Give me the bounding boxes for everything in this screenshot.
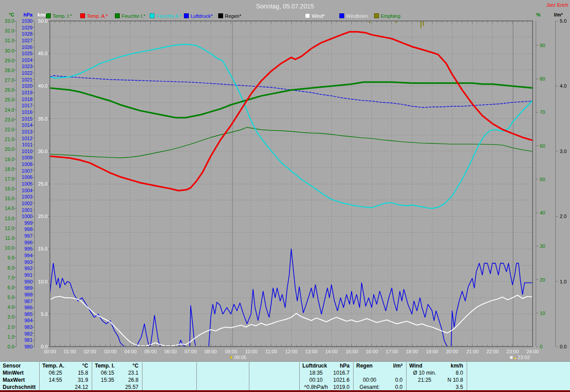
table-cell-value: 0.0 xyxy=(353,377,403,384)
table-cell-value: 25.57 xyxy=(92,384,138,391)
celsius-tick-label: 32.0 xyxy=(1,28,14,33)
table-col-unit-temp-i: °C xyxy=(92,363,138,369)
celsius-tick-label: 0.0 xyxy=(1,344,14,349)
hpa-tick-label: 1024 xyxy=(18,57,33,63)
hpa-tick-label: 987 xyxy=(18,299,33,304)
lm2-tick-label: 2.0 xyxy=(560,214,570,219)
celsius-tick-label: 7.0 xyxy=(1,275,14,280)
hpa-tick-label: 981 xyxy=(18,337,33,343)
kmh-tick-label: 45.0 xyxy=(33,51,48,56)
lm2-tick-label: 3.0 xyxy=(560,149,570,154)
x-tick-label: 02:00 xyxy=(80,349,100,354)
kmh-tick-label: 5.0 xyxy=(33,311,48,317)
hpa-tick-label: 980 xyxy=(18,344,33,349)
hpa-tick-label: 993 xyxy=(18,259,33,265)
table-col-unit-luftdruck: hPa xyxy=(299,363,350,369)
hpa-tick-label: 1025 xyxy=(18,51,33,56)
percent-tick-label: 10 xyxy=(540,311,551,316)
percent-tick-label: 30 xyxy=(540,243,551,249)
table-row-label: Sensor xyxy=(3,363,37,369)
x-tick-label: 03:00 xyxy=(101,349,120,354)
celsius-tick-label: 24.0 xyxy=(1,107,14,113)
hpa-tick-label: 1011 xyxy=(18,142,33,147)
lm2-tick-label: 5.0 xyxy=(560,18,570,24)
celsius-tick-label: 20.0 xyxy=(1,146,14,152)
hpa-tick-label: 1030 xyxy=(18,18,33,24)
table-row-label: MaxWert xyxy=(3,377,37,384)
hpa-tick-label: 1008 xyxy=(18,162,33,167)
celsius-tick-label: 28.0 xyxy=(1,68,14,73)
celsius-tick-label: 8.0 xyxy=(1,265,14,271)
hpa-tick-label: 1001 xyxy=(18,207,33,213)
x-tick-label: 07:00 xyxy=(181,349,200,354)
percent-tick-label: 70 xyxy=(540,109,551,115)
hpa-tick-label: 1015 xyxy=(18,116,33,121)
celsius-tick-label: 9.0 xyxy=(1,255,14,260)
hpa-tick-label: 1013 xyxy=(18,129,33,134)
percent-tick-label: 80 xyxy=(540,76,551,81)
celsius-tick-label: 10.0 xyxy=(1,245,14,251)
celsius-tick-label: 30.0 xyxy=(1,48,14,53)
table-cell-value: 26.8 xyxy=(92,377,138,384)
table-cell-value: 8.0 xyxy=(406,370,463,376)
x-tick-label: 19:00 xyxy=(422,349,442,354)
celsius-tick-label: 13.0 xyxy=(1,216,14,221)
table-separator xyxy=(467,362,467,390)
hpa-tick-label: 1002 xyxy=(18,201,33,206)
hpa-tick-label: 1009 xyxy=(18,155,33,160)
table-cell-value: 1021.6 xyxy=(299,377,350,384)
hpa-tick-label: 1012 xyxy=(18,136,33,141)
hpa-tick-label: 1028 xyxy=(18,31,33,36)
x-tick-label: 16:00 xyxy=(362,349,382,354)
x-tick-label: 00:00 xyxy=(40,349,60,354)
hpa-tick-label: 1027 xyxy=(18,38,33,43)
hpa-tick-label: 1022 xyxy=(18,70,33,76)
x-tick-label: 13:00 xyxy=(301,349,321,354)
hpa-tick-label: 1017 xyxy=(18,103,33,108)
table-cell-value: 1019.0 xyxy=(299,384,350,391)
hpa-tick-label: 1003 xyxy=(18,194,33,199)
x-tick-label: 01:00 xyxy=(60,349,80,354)
hpa-tick-label: 1019 xyxy=(18,90,33,95)
x-tick-label: 14:00 xyxy=(322,349,341,354)
celsius-tick-label: 4.0 xyxy=(1,304,14,310)
kmh-tick-label: 30.0 xyxy=(33,149,48,154)
percent-tick-label: 50 xyxy=(540,177,551,182)
hpa-tick-label: 990 xyxy=(18,279,33,284)
celsius-tick-label: 17.0 xyxy=(1,176,14,182)
table-separator xyxy=(196,362,197,390)
x-tick-label: 09:00 xyxy=(221,349,241,354)
hpa-tick-label: 984 xyxy=(18,318,33,323)
hpa-tick-label: 1026 xyxy=(18,44,33,50)
time-marker-09-05: ▼09:05 xyxy=(229,355,246,360)
celsius-tick-label: 1.0 xyxy=(1,334,14,339)
series-feuchte-i xyxy=(50,127,533,158)
hpa-tick-label: 1004 xyxy=(18,188,33,193)
hpa-tick-label: 1016 xyxy=(18,109,33,115)
celsius-tick-label: 5.0 xyxy=(1,295,14,300)
time-marker-label: 09:05 xyxy=(234,355,247,360)
table-cell-value: 23.1 xyxy=(92,370,138,376)
x-tick-label: 06:00 xyxy=(161,349,180,354)
hpa-tick-label: 1023 xyxy=(18,64,33,69)
time-marker-label: 23:02 xyxy=(517,355,530,360)
celsius-tick-label: 21.0 xyxy=(1,137,14,142)
hpa-tick-label: 983 xyxy=(18,324,33,330)
celsius-tick-label: 15.0 xyxy=(1,196,14,201)
celsius-tick-label: 27.0 xyxy=(1,77,14,83)
kmh-tick-label: 35.0 xyxy=(33,116,48,121)
celsius-tick-label: 33.0 xyxy=(1,18,14,24)
x-tick-label: 15:00 xyxy=(342,349,362,354)
hpa-tick-label: 992 xyxy=(18,266,33,271)
x-tick-label: 04:00 xyxy=(121,349,140,354)
table-cell-value: 0.0 xyxy=(353,384,403,391)
x-tick-label: 17:00 xyxy=(382,349,402,354)
celsius-tick-label: 29.0 xyxy=(1,58,14,63)
white-star-yellow-triangle-icon: ✱▲ xyxy=(509,355,517,360)
x-tick-label: 20:00 xyxy=(442,349,462,354)
hpa-tick-label: 988 xyxy=(18,292,33,297)
celsius-tick-label: 26.0 xyxy=(1,87,14,93)
hpa-tick-label: 989 xyxy=(18,285,33,291)
kmh-tick-label: 50.0 xyxy=(33,18,48,24)
hpa-tick-label: 1000 xyxy=(18,214,33,219)
